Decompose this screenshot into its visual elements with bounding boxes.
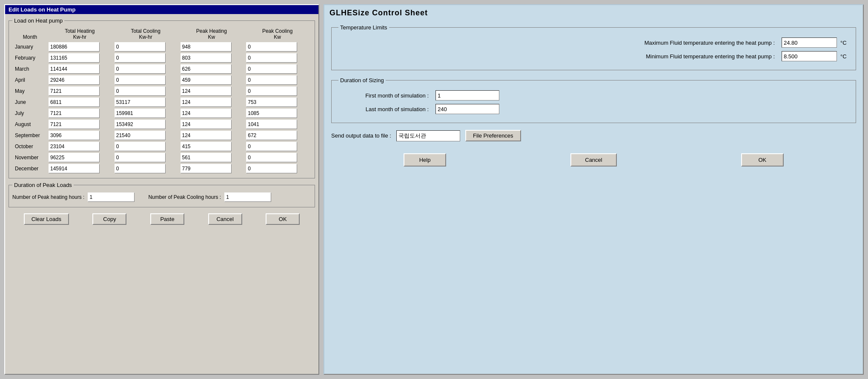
total_heating-input-2[interactable]: [49, 64, 100, 74]
last-month-input[interactable]: [435, 104, 499, 114]
file-preferences-button[interactable]: File Preferences: [465, 130, 521, 141]
total_cooling-input-8[interactable]: [115, 131, 166, 140]
right-ok-button[interactable]: OK: [741, 153, 784, 167]
paste-button[interactable]: Paste: [150, 213, 184, 225]
total_heating-input-3[interactable]: [49, 75, 100, 85]
total_cooling-input-4[interactable]: [115, 86, 166, 96]
duration-sizing-legend: Duration of Sizing: [338, 77, 386, 83]
total_cooling-input-7[interactable]: [115, 120, 166, 129]
total_cooling-input-6[interactable]: [115, 109, 166, 118]
peak_heating-input-3[interactable]: [180, 75, 232, 85]
peak_cooling-cell: [245, 119, 309, 129]
peak_cooling-cell: [245, 130, 309, 141]
peak_cooling-cell: [245, 152, 309, 163]
peak_cooling-input-0[interactable]: [246, 42, 297, 52]
total_heating-cell: [48, 152, 112, 163]
peak_cooling-cell: [245, 75, 309, 85]
peak_cooling-input-7[interactable]: [246, 120, 297, 129]
peak_cooling-input-6[interactable]: [246, 109, 297, 118]
total_cooling-cell: [114, 164, 178, 174]
peak_cooling-input-10[interactable]: [246, 153, 297, 162]
peak_heating-input-7[interactable]: [180, 120, 232, 129]
total_cooling-input-9[interactable]: [115, 142, 166, 151]
peak_cooling-input-4[interactable]: [246, 86, 297, 96]
total_heating-cell: [48, 141, 112, 152]
month-cell: November: [14, 152, 46, 163]
total_heating-input-9[interactable]: [49, 142, 100, 151]
peak-cooling-hours-input[interactable]: [224, 192, 271, 202]
total_heating-input-8[interactable]: [49, 131, 100, 140]
total_heating-input-5[interactable]: [49, 98, 100, 107]
peak-heating-hours-label: Number of Peak heating hours :: [12, 194, 84, 200]
copy-button[interactable]: Copy: [92, 213, 126, 225]
total_heating-cell: [48, 86, 112, 96]
peak_heating-input-5[interactable]: [180, 98, 232, 107]
total_cooling-input-1[interactable]: [115, 53, 166, 63]
total_cooling-input-5[interactable]: [115, 98, 166, 107]
table-row: April: [14, 75, 309, 85]
total_heating-cell: [48, 130, 112, 141]
total_cooling-input-3[interactable]: [115, 75, 166, 85]
left-ok-button[interactable]: OK: [266, 213, 300, 225]
load-on-heat-pump-section: Load on Heat pump Month Total Heating Kw…: [9, 17, 315, 178]
right-cancel-button[interactable]: Cancel: [570, 153, 616, 167]
help-button[interactable]: Help: [404, 153, 446, 167]
total_cooling-input-0[interactable]: [115, 42, 166, 52]
temperature-limits-section: Temperature Limits Maximum Fluid tempera…: [331, 24, 856, 70]
total_heating-input-4[interactable]: [49, 86, 100, 96]
peak_cooling-input-2[interactable]: [246, 64, 297, 74]
right-panel-title: GLHESize Control Sheet: [324, 5, 863, 21]
peak_heating-input-9[interactable]: [180, 142, 232, 151]
min-temp-input[interactable]: [782, 51, 837, 61]
peak_heating-input-11[interactable]: [180, 164, 232, 173]
total_cooling-cell: [114, 119, 178, 129]
month-cell: September: [14, 130, 46, 141]
total_heating-cell: [48, 75, 112, 85]
peak-heating-hours-input[interactable]: [88, 192, 135, 202]
total_heating-input-11[interactable]: [49, 164, 100, 173]
peak_heating-cell: [180, 141, 244, 152]
total_heating-input-6[interactable]: [49, 109, 100, 118]
total_cooling-input-11[interactable]: [115, 164, 166, 173]
left-panel: Edit Loads on Heat Pump Load on Heat pum…: [4, 4, 319, 375]
total_heating-input-10[interactable]: [49, 153, 100, 162]
month-cell: July: [14, 108, 46, 118]
table-row: August: [14, 119, 309, 129]
clear-loads-button[interactable]: Clear Loads: [24, 213, 69, 225]
peak_heating-input-6[interactable]: [180, 109, 232, 118]
right-bottom-buttons: Help Cancel OK: [331, 148, 856, 172]
total_heating-input-7[interactable]: [49, 120, 100, 129]
max-temp-row: Maximum Fluid temperature entering the h…: [338, 37, 849, 48]
send-output-row: Send output data to file : File Preferen…: [331, 130, 856, 141]
peak_cooling-cell: [245, 86, 309, 96]
peak_cooling-cell: [245, 42, 309, 52]
peak_cooling-input-9[interactable]: [246, 142, 297, 151]
peak_cooling-input-1[interactable]: [246, 53, 297, 63]
peak_cooling-input-11[interactable]: [246, 164, 297, 173]
total_cooling-input-2[interactable]: [115, 64, 166, 74]
total_cooling-cell: [114, 130, 178, 141]
peak_cooling-input-8[interactable]: [246, 131, 297, 140]
table-row: November: [14, 152, 309, 163]
month-cell: December: [14, 164, 46, 174]
total_cooling-input-10[interactable]: [115, 153, 166, 162]
peak_cooling-cell: [245, 97, 309, 107]
peak_heating-input-1[interactable]: [180, 53, 232, 63]
peak_heating-input-4[interactable]: [180, 86, 232, 96]
duration-sizing-section: Duration of Sizing First month of simula…: [331, 77, 856, 123]
total_heating-input-1[interactable]: [49, 53, 100, 63]
total_heating-input-0[interactable]: [49, 42, 100, 52]
send-output-file-input[interactable]: [396, 130, 460, 141]
total_heating-cell: [48, 64, 112, 74]
peak_heating-cell: [180, 64, 244, 74]
peak_cooling-input-3[interactable]: [246, 75, 297, 85]
max-temp-input[interactable]: [782, 37, 837, 48]
peak_heating-cell: [180, 119, 244, 129]
peak_cooling-input-5[interactable]: [246, 98, 297, 107]
left-cancel-button[interactable]: Cancel: [208, 213, 242, 225]
peak_heating-input-8[interactable]: [180, 131, 232, 140]
peak_heating-input-10[interactable]: [180, 153, 232, 162]
peak_heating-input-2[interactable]: [180, 64, 232, 74]
peak_heating-input-0[interactable]: [180, 42, 232, 52]
first-month-input[interactable]: [435, 90, 499, 100]
